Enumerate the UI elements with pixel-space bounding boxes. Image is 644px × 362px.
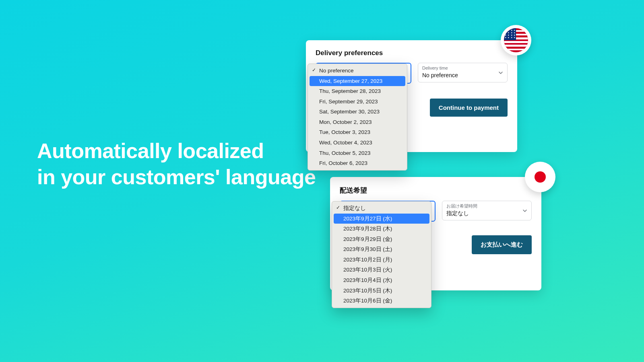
dropdown-option-en[interactable]: Thu, October 5, 2023 <box>310 148 405 158</box>
delivery-date-dropdown-jp[interactable]: ✓指定なし2023年9月27日 (水)2023年9月28日 (木)2023年9月… <box>332 201 431 308</box>
dropdown-option-label: Sat, September 30, 2023 <box>319 109 380 115</box>
dropdown-option-jp[interactable]: 2023年9月29日 (金) <box>334 234 429 245</box>
dropdown-option-jp[interactable]: 2023年10月4日 (水) <box>334 275 429 286</box>
dropdown-option-en[interactable]: Wed, September 27, 2023 <box>310 76 405 86</box>
check-icon: ✓ <box>312 67 316 74</box>
dropdown-option-jp[interactable]: ✓指定なし <box>334 203 429 214</box>
jp-flag-icon <box>525 162 555 192</box>
card-title-jp: 配送希望 <box>340 186 532 195</box>
dropdown-option-en[interactable]: Mon, October 2, 2023 <box>310 117 405 128</box>
delivery-time-value-jp: 指定なし <box>446 210 527 217</box>
dropdown-option-label: 2023年10月5日 (木) <box>343 288 392 294</box>
dropdown-option-label: 2023年10月2日 (月) <box>343 257 392 263</box>
delivery-time-label-jp: お届け希望時間 <box>446 204 527 209</box>
dropdown-option-label: Fri, September 29, 2023 <box>319 99 378 105</box>
dropdown-option-label: Wed, October 4, 2023 <box>319 140 372 146</box>
delivery-time-select-en[interactable]: Delivery time No preference <box>418 63 508 82</box>
headline-line1: Automatically localized <box>37 138 316 164</box>
headline-line2: in your customers' language <box>37 164 316 190</box>
dropdown-option-label: Tue, October 3, 2023 <box>319 129 370 135</box>
dropdown-option-jp[interactable]: 2023年9月27日 (水) <box>334 214 429 224</box>
marketing-headline: Automatically localized in your customer… <box>37 138 316 190</box>
dropdown-option-en[interactable]: Thu, September 28, 2023 <box>310 86 405 97</box>
dropdown-option-en[interactable]: Fri, October 6, 2023 <box>310 158 405 169</box>
continue-to-payment-button[interactable]: Continue to payment <box>430 99 508 117</box>
dropdown-option-label: 2023年9月28日 (木) <box>343 226 392 232</box>
dropdown-option-en[interactable]: Wed, October 4, 2023 <box>310 138 405 148</box>
dropdown-option-jp[interactable]: 2023年9月30日 (土) <box>334 244 429 255</box>
delivery-time-label-en: Delivery time <box>422 66 503 71</box>
dropdown-option-label: Fri, October 6, 2023 <box>319 160 367 166</box>
dropdown-option-jp[interactable]: 2023年10月5日 (木) <box>334 286 429 296</box>
chevron-down-icon <box>522 208 527 213</box>
dropdown-option-en[interactable]: Sat, September 30, 2023 <box>310 107 405 117</box>
dropdown-option-label: 2023年9月27日 (水) <box>343 216 392 222</box>
dropdown-option-jp[interactable]: 2023年9月28日 (木) <box>334 224 429 234</box>
dropdown-option-label: Wed, September 27, 2023 <box>319 78 382 84</box>
dropdown-option-en[interactable]: Tue, October 3, 2023 <box>310 127 405 138</box>
dropdown-option-label: 2023年10月3日 (火) <box>343 267 392 273</box>
dropdown-option-jp[interactable]: 2023年10月2日 (月) <box>334 255 429 265</box>
check-icon: ✓ <box>336 204 340 211</box>
dropdown-option-label: 指定なし <box>343 205 366 211</box>
dropdown-option-label: Mon, October 2, 2023 <box>319 119 372 125</box>
dropdown-option-label: 2023年10月6日 (金) <box>343 298 392 304</box>
dropdown-option-label: No preference <box>319 68 354 74</box>
chevron-down-icon <box>498 70 503 75</box>
continue-to-payment-button-jp[interactable]: お支払いへ進む <box>472 235 532 254</box>
dropdown-option-label: Thu, September 28, 2023 <box>319 88 381 94</box>
delivery-time-value-en: No preference <box>422 72 503 79</box>
dropdown-option-label: 2023年9月30日 (土) <box>343 246 392 252</box>
delivery-time-select-jp[interactable]: お届け希望時間 指定なし <box>442 201 532 220</box>
dropdown-option-label: Thu, October 5, 2023 <box>319 150 371 156</box>
delivery-date-dropdown-en[interactable]: ✓No preferenceWed, September 27, 2023Thu… <box>308 64 407 171</box>
dropdown-option-jp[interactable]: 2023年10月6日 (金) <box>334 296 429 306</box>
dropdown-option-label: 2023年10月4日 (水) <box>343 277 392 283</box>
us-flag-icon: ★ ★ ★ ★ ★ ★ ★ ★ ★ ★ ★ ★ ★ ★ ★ ★ <box>501 25 531 56</box>
dropdown-option-en[interactable]: ✓No preference <box>310 66 405 76</box>
dropdown-option-en[interactable]: Fri, September 29, 2023 <box>310 97 405 107</box>
dropdown-option-label: 2023年9月29日 (金) <box>343 236 392 242</box>
card-title-en: Delivery preferences <box>316 49 508 57</box>
dropdown-option-jp[interactable]: 2023年10月3日 (火) <box>334 265 429 275</box>
